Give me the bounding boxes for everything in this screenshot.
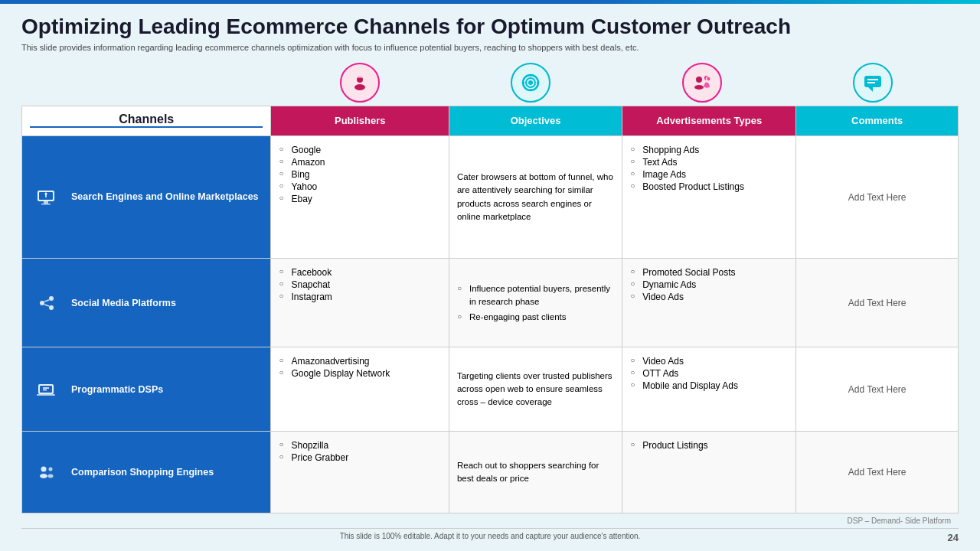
adtypes-icon-cell: ! [616,60,788,106]
adtype-item: Boosted Product Listings [630,181,788,193]
footer-note: DSP – Demand- Side Platform [21,517,959,525]
adtype-item: Promoted Social Posts [630,266,788,279]
adtype-item: Video Ads [630,291,788,303]
objectives-icon [511,63,550,103]
comments-icon [853,63,893,103]
main-table: Channels Publishers Objectives Advertise… [21,106,959,514]
th-objectives: Objectives [449,106,622,135]
table-row: Search Engines and Online Marketplaces G… [22,135,959,259]
publisher-item: Snapchat [279,279,440,291]
table-row: Comparison Shopping Engines ShopzillaPri… [22,432,959,514]
channels-underline [30,126,263,128]
adtype-item: Video Ads [630,355,788,367]
svg-point-10 [696,77,702,83]
publisher-item: Google Display Network [279,367,440,380]
adtype-item: Product Listings [630,439,788,452]
page-number: 24 [948,532,959,543]
svg-rect-2 [358,77,362,78]
svg-rect-15 [864,76,881,87]
channel-name: Programmatic DSPs [71,383,163,396]
svg-line-28 [44,300,49,302]
adtype-item: Image Ads [630,168,788,181]
adtype-item: Dynamic Ads [630,279,788,291]
publisher-item: Amazon [279,156,440,168]
svg-point-26 [49,296,54,301]
publisher-item: Google [279,144,440,156]
publisher-icon-cell [274,60,446,106]
channel-name: Comparison Shopping Engines [71,466,214,478]
slide-container: Optimizing Leading Ecommerce Channels fo… [0,0,980,551]
channel-icon [28,455,64,490]
svg-point-25 [40,301,44,305]
comment-cell: Add Text Here [796,135,959,259]
comments-icon-cell [788,60,959,106]
publisher-item: Instagram [279,291,440,303]
th-adtypes: Advertisements Types [622,106,796,135]
comment-cell: Add Text Here [796,347,959,432]
svg-rect-32 [37,394,55,396]
publishers-cell: AmazonadvertisingGoogle Display Network [271,347,449,432]
publisher-icon [340,63,380,103]
table-row: Programmatic DSPs AmazonadvertisingGoogl… [22,347,959,432]
adtypes-cell: Video AdsOTT AdsMobile and Display Ads [622,347,796,432]
channel-name: Social Media Platforms [71,297,176,309]
publishers-cell: FacebookSnapchatInstagram [271,259,449,347]
channel-name: Search Engines and Online Marketplaces [71,191,259,203]
adtypes-cell: Promoted Social PostsDynamic AdsVideo Ad… [622,259,796,347]
adtype-item: Mobile and Display Ads [630,380,788,392]
channels-header-text: Channels [30,112,263,126]
top-accent-bar [0,0,980,4]
svg-rect-22 [41,204,51,205]
publisher-item: Amazonadvertising [279,355,440,367]
svg-marker-16 [868,87,873,92]
publisher-item: Price Grabber [279,452,440,464]
svg-rect-31 [40,386,52,393]
channel-icon [28,372,64,407]
publisher-item: Ebay [279,193,440,205]
publisher-item: Bing [279,168,440,181]
svg-point-5 [528,80,533,85]
publisher-item: Shopzilla [279,439,440,452]
publisher-item: Facebook [279,266,440,279]
publishers-cell: ShopzillaPrice Grabber [271,432,449,514]
svg-point-27 [49,305,54,310]
objective-cell: Cater browsers at bottom of funnel, who … [449,135,622,259]
svg-point-37 [49,468,53,471]
adtypes-cell: Shopping AdsText AdsImage AdsBoosted Pro… [622,135,796,259]
comment-cell: Add Text Here [796,432,959,514]
objective-item: Influence potential buyers, presently in… [457,282,614,310]
objectives-icon-cell [446,60,617,106]
channel-icon [28,285,64,321]
table-row: Social Media Platforms FacebookSnapchatI… [22,259,959,347]
adtypes-icon: ! [682,63,722,103]
adtype-item: OTT Ads [630,367,788,380]
adtype-item: Text Ads [630,156,788,168]
publishers-cell: GoogleAmazonBingYahooEbay [271,135,449,259]
objective-cell: Influence potential buyers, presently in… [449,259,622,347]
comment-cell: Add Text Here [796,259,959,347]
slide-title: Optimizing Leading Ecommerce Channels fo… [21,14,959,40]
svg-point-36 [40,474,47,478]
icons-row: ! [274,60,959,106]
objective-item: Re-engaging past clients [457,310,614,324]
th-publishers: Publishers [271,106,449,135]
adtypes-cell: Product Listings [622,432,796,514]
publisher-item: Yahoo [279,181,440,193]
svg-rect-21 [44,201,48,204]
th-comments: Comments [796,106,959,135]
adtype-item: Shopping Ads [630,144,788,156]
bottom-bar: This slide is 100% editable. Adapt it to… [21,528,959,543]
objective-cell: Reach out to shoppers searching for best… [449,432,622,514]
slide-subtitle: This slide provides information regardin… [21,43,959,52]
svg-point-12 [694,85,704,90]
svg-line-29 [44,305,49,306]
th-channels: Channels [22,106,271,135]
channel-icon [28,180,64,215]
svg-point-1 [354,84,365,90]
svg-point-35 [41,467,47,472]
svg-point-38 [48,474,54,478]
objective-cell: Targeting clients over trusted publisher… [449,347,622,432]
